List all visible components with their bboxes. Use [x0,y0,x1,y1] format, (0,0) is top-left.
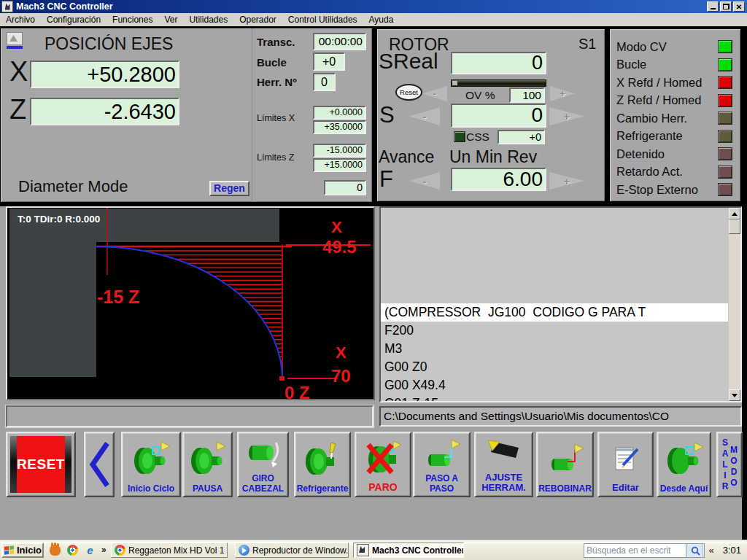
z-left-label: -15 Z [97,287,139,308]
start-button[interactable]: Inicio [1,542,44,558]
gcode-scrollbar[interactable] [729,208,740,401]
aux-dro[interactable]: 0 [324,180,366,195]
run-from-here-button[interactable]: Desde Aquí [657,432,711,497]
spindle-icon [239,435,287,474]
limits-x-max-dro[interactable]: +35.0000 [313,120,366,134]
coolant-button[interactable]: Refrigerante [294,432,351,497]
ov-plus-button[interactable]: + [550,86,575,101]
rewind-icon [538,435,592,484]
start-label: Inicio [17,545,42,556]
gcode-line[interactable]: M3 [381,340,728,358]
scrollbar-thumb[interactable] [729,219,740,234]
gcode-line[interactable]: F200 [381,322,728,340]
quick-launch-ie-icon[interactable]: e [85,545,96,556]
s-minus-button[interactable]: - [409,107,440,125]
stop-label: PARO [368,482,397,494]
exit-mode-button[interactable]: SALIR MODO [716,432,743,497]
task-button-mach3[interactable]: Mach3 CNC Controller [353,542,464,558]
toolpath-overlay-text: T:0 TDir:0 R:0.000 [18,214,100,225]
toolpath-display[interactable]: T:0 TDir:0 R:0.000 X 49.5 -15 Z X 70 0 Z [6,206,375,400]
spindle-button[interactable]: GIRO CABEZAL [237,432,289,497]
ov-dro[interactable]: 100 [509,88,545,103]
scroll-up-button[interactable] [729,208,740,219]
s-plus-button[interactable]: + [549,107,584,125]
quick-launch-chrome-icon[interactable] [67,545,78,556]
rewind-button[interactable]: REBOBINAR [536,432,594,497]
menu-ver[interactable]: Ver [158,14,183,26]
regen-button[interactable]: Regen [209,181,249,196]
gcode-line[interactable]: G00 Z0 [381,358,728,376]
tool-id-label: S1 [578,36,596,52]
menu-utilidades[interactable]: Utilidades [183,14,233,26]
f-minus-button[interactable]: - [409,172,440,190]
magnifier-icon [691,546,700,556]
restore-button[interactable] [720,1,732,12]
mode-label: MODO [729,445,738,489]
status-label: Z Refd / Homed [616,93,701,107]
arrow-down-icon [732,394,738,400]
quick-launch-overflow-chevron[interactable]: » [101,545,107,555]
menu-archivo[interactable]: Archivo [0,14,41,26]
css-dro[interactable]: +0 [498,130,545,144]
status-led [718,130,732,143]
z-axis-label: Z [9,96,26,123]
limits-z-min-dro[interactable]: -15.0000 [313,144,366,158]
reset-label: RESET [17,436,65,493]
gcode-listing[interactable]: (COMPRESSOR JG100 CODIGO G PARA T F200 M… [381,208,728,401]
transc-label: Transc. [257,36,295,48]
reset-button[interactable]: RESET [6,432,76,497]
x-axis-dro[interactable]: +50.2800 [30,61,179,88]
limits-z-max-dro[interactable]: +15.0000 [313,158,366,172]
cycle-start-button[interactable]: Inicio Ciclo [121,432,181,497]
quick-launch-hand-icon[interactable] [50,545,61,556]
minimize-button[interactable] [707,1,719,12]
limits-x-min-dro[interactable]: +0.0000 [313,106,366,120]
menu-ayuda[interactable]: Ayuda [363,14,400,26]
axis-panel-title: POSICIÓN EJES [44,34,173,54]
gcode-line[interactable]: G01 Z-15 [381,394,728,401]
status-led [718,183,732,196]
menu-configuracion[interactable]: Configuración [41,14,107,26]
axis-panel: POSICIÓN EJES X +50.2800 Z -2.6430 Diame… [1,28,372,202]
toolpath-canvas [7,208,374,399]
task-button-reggaeton[interactable]: Reggaeton Mix HD Vol 1 ... [111,542,228,558]
close-button[interactable]: ✕ [733,1,745,12]
spindle-reset-button[interactable]: Reset [395,84,422,101]
tray-chevron[interactable]: « [708,545,713,556]
s-dro[interactable]: 0 [451,104,546,128]
single-step-button[interactable]: PASO A PASO [413,432,471,497]
z-bottom-label: 0 Z [285,383,310,403]
sreal-dro[interactable]: 0 [451,52,546,74]
gcode-line-current[interactable]: (COMPRESSOR JG100 CODIGO G PARA T [381,303,728,322]
status-label: Modo CV [616,40,667,54]
tool-offset-button[interactable]: AJUSTE HERRAM. [474,432,533,497]
mach3-screen: Mach3 CNC Controller ✕ Archivo Configura… [0,0,747,560]
herr-dro[interactable]: 0 [313,73,336,91]
gcode-line[interactable]: G00 X49.4 [381,376,728,394]
f-dro[interactable]: 6.00 [451,168,546,191]
menu-funciones[interactable]: Funciones [107,14,158,26]
transc-dro[interactable]: 00:00:00 [313,33,366,50]
status-led [718,94,732,107]
bucle-dro[interactable]: +0 [313,52,345,71]
edit-button[interactable]: Editar [597,432,654,497]
search-input[interactable] [584,543,686,558]
pause-button[interactable]: PAUSA [182,432,233,497]
status-led [718,76,732,89]
back-button[interactable] [84,432,115,497]
scroll-down-button[interactable] [729,389,740,401]
task-button-media-player[interactable]: Reproductor de Window... [235,542,349,558]
css-led[interactable] [454,131,465,142]
stop-button[interactable]: PARO [355,432,411,497]
menu-control-utilidades[interactable]: Control Utilidades [282,14,363,26]
menu-operador[interactable]: Operador [233,14,282,26]
ov-minus-button[interactable]: - [422,86,447,101]
single-step-label: PASO A PASO [415,474,468,494]
x-axis-label: X [9,58,28,85]
f-plus-button[interactable]: + [549,172,584,190]
feed-label: Avance [379,147,434,167]
reset-hazard-bar [10,436,17,493]
z-axis-dro[interactable]: -2.6430 [30,98,179,125]
jog-flyout-icon[interactable] [7,32,24,51]
x-bottom-value: 70 [331,366,351,386]
